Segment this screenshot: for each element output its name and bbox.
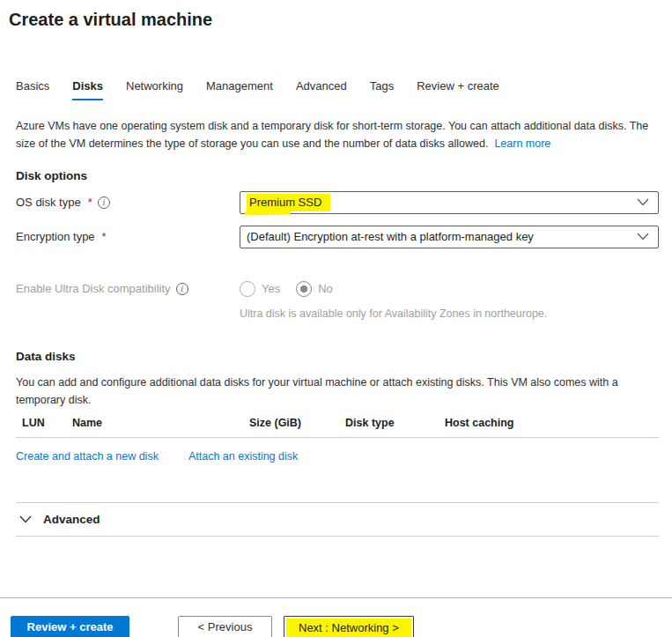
column-header-disk-type: Disk type (345, 417, 445, 429)
os-disk-type-dropdown[interactable]: Premium SSD (240, 191, 659, 214)
encryption-type-row: Encryption type* (Default) Encryption at… (16, 226, 659, 248)
column-header-host-caching: Host caching (445, 417, 659, 429)
advanced-section: Advanced (16, 502, 659, 537)
required-asterisk: * (102, 226, 107, 248)
disk-options-heading: Disk options (16, 169, 659, 182)
advanced-accordion-toggle[interactable]: Advanced (16, 503, 659, 536)
radio-unchecked-icon (240, 281, 255, 297)
tab-networking[interactable]: Networking (126, 79, 183, 100)
data-disks-actions: Create and attach a new disk Attach an e… (16, 450, 659, 463)
page-title: Create a virtual machine (9, 7, 659, 32)
data-disks-table-header: LUN Name Size (GiB) Disk type Host cachi… (16, 417, 659, 429)
radio-no-label: No (318, 282, 333, 295)
tab-management[interactable]: Management (206, 79, 273, 100)
encryption-type-dropdown[interactable]: (Default) Encryption at-rest with a plat… (240, 226, 659, 248)
os-disk-type-label-group: OS disk type* i (16, 191, 240, 214)
ultra-disk-radio-group: Yes No (240, 278, 659, 300)
ultra-disk-row: Enable Ultra Disk compatibility i Yes No… (16, 278, 659, 320)
chevron-down-icon (637, 198, 649, 206)
tab-tags[interactable]: Tags (370, 79, 394, 100)
ultra-disk-radio-no[interactable]: No (296, 281, 333, 297)
required-asterisk: * (88, 191, 92, 214)
next-networking-button[interactable]: Next : Networking > (284, 616, 414, 637)
column-header-name: Name (72, 417, 249, 429)
previous-button[interactable]: < Previous (178, 616, 272, 637)
tab-review-create[interactable]: Review + create (417, 79, 499, 100)
review-create-button[interactable]: Review + create (11, 616, 129, 637)
radio-yes-label: Yes (262, 282, 280, 295)
radio-checked-icon (296, 281, 312, 297)
os-disk-type-row: OS disk type* i Premium SSD (16, 191, 659, 214)
intro-text: Azure VMs have one operating system disk… (16, 120, 648, 150)
advanced-label: Advanced (43, 513, 100, 526)
data-disks-description: You can add and configure additional dat… (16, 374, 659, 409)
column-header-size: Size (GiB) (249, 417, 345, 429)
create-vm-page: Create a virtual machine Basics Disks Ne… (0, 0, 672, 637)
learn-more-link[interactable]: Learn more (494, 137, 550, 150)
wizard-tabs: Basics Disks Networking Management Advan… (16, 79, 659, 100)
ultra-disk-label: Enable Ultra Disk compatibility (16, 278, 171, 300)
tab-disks[interactable]: Disks (72, 79, 103, 100)
chevron-down-icon (19, 515, 32, 523)
encryption-type-label-group: Encryption type* (16, 226, 240, 248)
create-attach-new-disk-link[interactable]: Create and attach a new disk (16, 450, 159, 463)
info-icon[interactable]: i (176, 283, 188, 295)
next-networking-label: Next : Networking > (286, 618, 411, 637)
encryption-type-label: Encryption type (16, 226, 95, 248)
tab-advanced[interactable]: Advanced (296, 79, 347, 100)
data-disks-heading: Data disks (16, 350, 659, 363)
ultra-disk-radio-yes[interactable]: Yes (240, 281, 280, 297)
encryption-type-value: (Default) Encryption at-rest with a plat… (247, 230, 534, 243)
attach-existing-disk-link[interactable]: Attach an existing disk (188, 450, 298, 463)
footer-actions: Review + create < Previous Next : Networ… (9, 598, 659, 637)
table-divider (16, 437, 659, 438)
ultra-disk-helper-text: Ultra disk is available only for Availab… (240, 307, 659, 320)
os-disk-type-value: Premium SSD (247, 194, 330, 211)
info-icon[interactable]: i (98, 196, 110, 209)
chevron-down-icon (637, 233, 649, 241)
column-header-lun: LUN (22, 417, 72, 429)
tab-basics[interactable]: Basics (16, 79, 49, 100)
ultra-disk-label-group: Enable Ultra Disk compatibility i (16, 278, 240, 300)
os-disk-type-label: OS disk type (16, 191, 81, 214)
intro-paragraph: Azure VMs have one operating system disk… (16, 118, 659, 153)
